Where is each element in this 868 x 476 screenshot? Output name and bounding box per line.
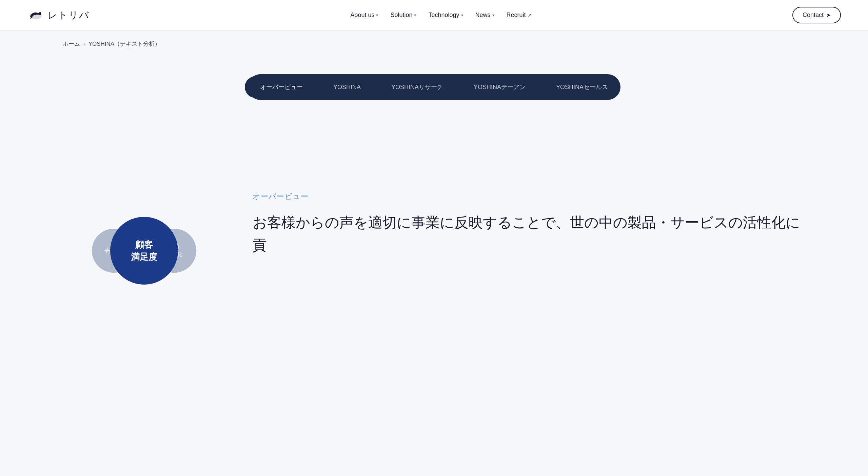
tab-yoshina-sales[interactable]: YOSHINAセールス (541, 76, 623, 98)
main-nav: About us ▾ Solution ▾ Technology ▾ News … (350, 12, 531, 19)
nav-recruit[interactable]: Recruit ↗ (507, 12, 532, 19)
logo[interactable]: レトリバ (27, 9, 90, 22)
breadcrumb-separator: › (83, 41, 85, 47)
breadcrumb-current: YOSHINA（テキスト分析） (88, 40, 161, 48)
svg-point-1 (39, 12, 41, 15)
send-icon: ➤ (826, 12, 831, 18)
nav-solution[interactable]: Solution ▾ (390, 12, 416, 19)
tab-navigation: オーバービュー YOSHINA YOSHINAリサーチ YOSHINAテーアン … (248, 74, 620, 100)
contact-button[interactable]: Contact ➤ (792, 7, 841, 23)
overview-section: 売上UP 顧客 満足度 業務 効率化 オーバービュー お客様からの声を適切に事業… (63, 191, 805, 310)
tab-yoshina[interactable]: YOSHINA (318, 77, 376, 98)
overview-label: オーバービュー (253, 191, 805, 202)
nav-about-us[interactable]: About us ▾ (350, 12, 378, 19)
header: レトリバ About us ▾ Solution ▾ Technology ▾ … (0, 0, 868, 30)
tab-yoshina-research[interactable]: YOSHINAリサーチ (376, 76, 458, 98)
page-content: オーバービュー YOSHINA YOSHINAリサーチ YOSHINAテーアン … (0, 57, 868, 330)
logo-text: レトリバ (47, 9, 90, 22)
tab-overview[interactable]: オーバービュー (245, 76, 318, 98)
nav-technology[interactable]: Technology ▾ (428, 12, 463, 19)
logo-icon (27, 9, 44, 21)
chevron-down-icon: ▾ (376, 13, 378, 18)
nav-news[interactable]: News ▾ (475, 12, 494, 19)
content-spacer (63, 110, 805, 178)
chevron-down-icon: ▾ (461, 13, 463, 18)
overview-text: オーバービュー お客様からの声を適切に事業に反映することで、世の中の製品・サービ… (253, 191, 805, 256)
chevron-down-icon: ▾ (414, 13, 416, 18)
overview-visual: 売上UP 顧客 満足度 業務 効率化 (63, 191, 225, 310)
tab-yoshina-tean[interactable]: YOSHINAテーアン (458, 76, 541, 98)
breadcrumb: ホーム › YOSHINA（テキスト分析） (0, 30, 868, 57)
chevron-down-icon: ▾ (492, 13, 494, 18)
external-link-icon: ↗ (528, 13, 532, 18)
overview-heading: お客様からの声を適切に事業に反映することで、世の中の製品・サービスの活性化に貢 (253, 211, 805, 256)
breadcrumb-home[interactable]: ホーム (63, 40, 80, 48)
circle-customer-satisfaction: 顧客 満足度 (110, 217, 178, 285)
